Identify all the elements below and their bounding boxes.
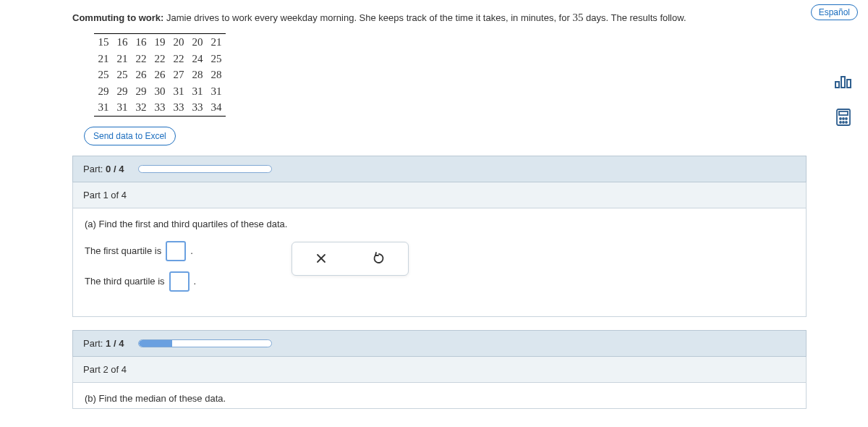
data-cell: 31 — [169, 83, 188, 100]
data-cell: 34 — [207, 99, 226, 116]
part-progress-1: Part: 1 / 4 — [72, 330, 807, 357]
part-label-value-a: 1 / 4 — [106, 338, 124, 349]
part-label-prefix: Part: — [83, 164, 106, 174]
data-cell: 28 — [188, 67, 207, 83]
data-cell: 19 — [150, 34, 169, 51]
svg-rect-0 — [835, 82, 839, 88]
part-1-header[interactable]: Part 1 of 4 — [72, 182, 807, 208]
data-cell: 22 — [132, 51, 150, 67]
first-quartile-label: The first quartile is — [85, 245, 161, 256]
data-cell: 31 — [188, 83, 207, 100]
svg-point-6 — [843, 118, 844, 119]
data-cell: 29 — [132, 83, 150, 100]
data-cell: 27 — [169, 67, 188, 83]
data-cell: 25 — [207, 51, 226, 67]
data-cell: 25 — [94, 67, 113, 83]
data-cell: 29 — [94, 83, 113, 100]
problem-title: Commuting to work: — [72, 12, 163, 23]
data-row: 15161619202021 — [94, 34, 226, 51]
part-progress-0: Part: 0 / 4 — [72, 156, 807, 182]
first-quartile-input[interactable] — [166, 241, 186, 261]
svg-point-5 — [840, 118, 841, 119]
chart-icon[interactable] — [832, 69, 855, 93]
data-cell: 28 — [207, 67, 226, 83]
part-label-prefix-a: Part: — [83, 338, 106, 349]
svg-point-10 — [846, 122, 847, 123]
data-cell: 21 — [207, 34, 226, 51]
period-2: . — [194, 276, 197, 287]
data-cell: 33 — [169, 99, 188, 116]
data-cell: 32 — [132, 99, 150, 116]
data-cell: 31 — [207, 83, 226, 100]
data-cell: 20 — [188, 34, 207, 51]
part-label-value: 0 / 4 — [106, 164, 124, 174]
data-cell: 29 — [113, 83, 132, 100]
language-button[interactable]: Español — [811, 4, 858, 20]
data-cell: 15 — [94, 34, 113, 51]
problem-number: 35 — [572, 12, 583, 23]
svg-rect-4 — [839, 111, 848, 115]
data-cell: 31 — [94, 99, 113, 116]
close-icon[interactable] — [312, 250, 330, 267]
data-row: 31313233333334 — [94, 99, 226, 116]
part-1-body: (a) Find the first and third quartiles o… — [72, 208, 807, 317]
calculator-icon[interactable] — [832, 106, 855, 129]
svg-rect-2 — [847, 80, 851, 88]
data-cell: 25 — [113, 67, 132, 83]
question-b: (b) Find the median of these data. — [85, 393, 794, 404]
data-row: 25252626272828 — [94, 67, 226, 83]
data-cell: 22 — [150, 51, 169, 67]
data-cell: 26 — [132, 67, 150, 83]
data-cell: 20 — [169, 34, 188, 51]
problem-text-1: Jamie drives to work every weekday morni… — [163, 12, 572, 23]
data-table: 1516161920202121212222222425252526262728… — [94, 33, 226, 117]
data-cell: 26 — [150, 67, 169, 83]
svg-point-7 — [846, 118, 847, 119]
progress-bar-1 — [138, 339, 272, 347]
data-cell: 33 — [150, 99, 169, 116]
period-1: . — [190, 245, 193, 256]
svg-rect-1 — [841, 77, 845, 88]
problem-statement: Commuting to work: Jamie drives to work … — [72, 9, 807, 26]
third-quartile-input[interactable] — [169, 271, 190, 292]
third-quartile-label: The third quartile is — [85, 276, 165, 287]
progress-bar-0 — [138, 165, 272, 173]
data-cell: 21 — [113, 51, 132, 67]
data-cell: 16 — [113, 34, 132, 51]
question-a: (a) Find the first and third quartiles o… — [85, 219, 794, 229]
svg-point-9 — [843, 122, 844, 123]
reset-icon[interactable] — [370, 250, 388, 267]
data-row: 29292930313131 — [94, 83, 226, 100]
part-2-body: (b) Find the median of these data. — [72, 383, 807, 409]
data-row: 21212222222425 — [94, 51, 226, 67]
data-cell: 22 — [169, 51, 188, 67]
data-cell: 16 — [132, 34, 150, 51]
data-cell: 21 — [94, 51, 113, 67]
data-cell: 31 — [113, 99, 132, 116]
problem-text-2: days. The results follow. — [583, 12, 686, 23]
data-cell: 33 — [188, 99, 207, 116]
svg-point-8 — [840, 122, 841, 123]
data-cell: 24 — [188, 51, 207, 67]
part-2-header[interactable]: Part 2 of 4 — [72, 357, 807, 383]
data-cell: 30 — [150, 83, 169, 100]
send-to-excel-button[interactable]: Send data to Excel — [84, 127, 176, 145]
answer-toolbox — [292, 242, 409, 276]
